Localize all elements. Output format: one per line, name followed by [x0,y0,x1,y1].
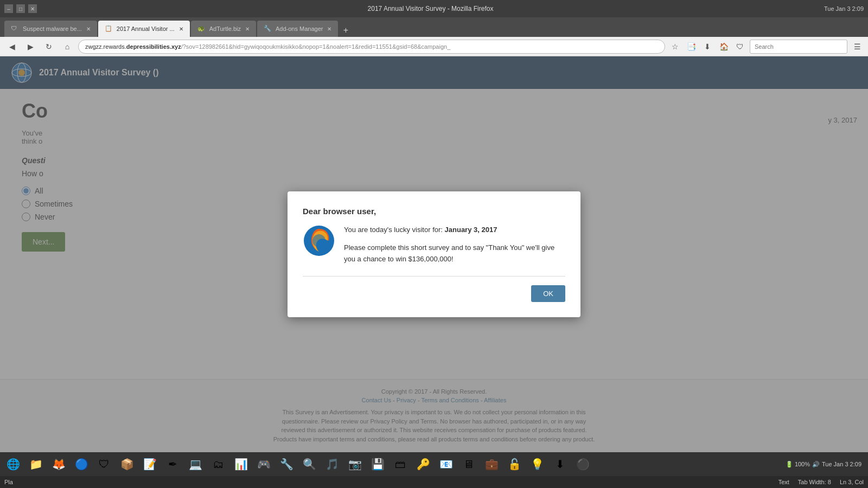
taskbar-item-chrome[interactable]: 🔵 [71,454,92,474]
shield-button[interactable]: 🛡 [733,40,746,53]
tab-favicon-3: 🐢 [197,25,205,33]
taskbar-item-idea[interactable]: 💡 [526,454,548,474]
download-button[interactable]: ⬇ [701,40,714,53]
taskbar-icon-game: 🎮 [257,458,271,471]
taskbar-icon-files: 📁 [29,458,43,471]
status-left: Pla [4,479,13,485]
back-button[interactable]: ◀ [4,39,20,54]
tab-survey[interactable]: 📋 2017 Annual Visitor ... ✕ [98,21,190,37]
taskbar-icon-save: 💾 [371,458,385,471]
tab-close-3[interactable]: ✕ [245,26,250,32]
modal-body: You are today's lucky visitor for: Janua… [303,224,565,265]
modal-footer: OK [303,285,565,302]
tab-label-3: AdTurtle.biz [209,25,241,32]
tab-adturtle[interactable]: 🐢 AdTurtle.biz ✕ [191,21,256,37]
home-button[interactable]: ⌂ [60,39,75,54]
maximize-button[interactable]: □ [16,4,25,13]
taskbar-item-firefox[interactable]: 🦊 [48,454,69,474]
new-tab-button[interactable]: + [339,24,352,37]
taskbar-icon-briefcase: 💼 [485,458,499,471]
tab-close-2[interactable]: ✕ [179,26,183,32]
modal-ok-button[interactable]: OK [531,285,565,302]
taskbar-item-unlock[interactable]: 🔓 [503,454,525,474]
bookmark-star-button[interactable]: ☆ [668,40,681,53]
taskbar-item-linux[interactable]: 🌐 [2,454,24,474]
taskbar-item-camera[interactable]: 📷 [344,454,366,474]
taskbar-item-save[interactable]: 💾 [367,454,388,474]
taskbar-item-search[interactable]: 🔍 [298,454,320,474]
browser-window: – □ ✕ 2017 Annual Visitor Survey - Mozil… [0,0,868,488]
taskbar-icon-security: 🛡 [99,458,110,471]
taskbar-icon-shield2: 🔑 [417,458,430,471]
tab-close-4[interactable]: ✕ [327,26,331,32]
taskbar-icon-firefox: 🦊 [52,458,66,471]
taskbar-icon-chrome: 🔵 [75,458,88,471]
tab-bar: 🛡 Suspect malware be... ✕ 📋 2017 Annual … [0,17,868,37]
taskbar-sound: 🔊 [812,461,820,468]
taskbar-icon-folder: 🗂 [213,458,224,471]
tab-addons[interactable]: 🔧 Add-ons Manager ✕ [257,21,338,37]
taskbar-icon-camera: 📷 [348,458,362,471]
taskbar-item-shield2[interactable]: 🔑 [412,454,434,474]
url-path: /?sov=128982661&hid=gywiqoqoukmkisikko&n… [181,43,451,50]
close-button[interactable]: ✕ [28,4,37,13]
taskbar-item-email[interactable]: 📧 [435,454,457,474]
taskbar-item-db[interactable]: 🗃 [390,454,411,474]
status-position: Ln 3, Col [840,479,864,485]
taskbar-item-settings[interactable]: 🔧 [276,454,297,474]
taskbar-item-pen[interactable]: ✒ [162,454,183,474]
title-bar-controls: – □ ✕ [4,4,37,13]
taskbar-item-download[interactable]: ⬇ [549,454,571,474]
forward-button[interactable]: ▶ [23,39,38,54]
title-bar-right: Tue Jan 3 2:09 [824,5,864,12]
taskbar-item-chart[interactable]: 📊 [230,454,252,474]
modal-overlay: Dear browser user, [0,56,868,452]
nav-bar: ◀ ▶ ↻ ⌂ zwgzz.rewards.depressibilities.x… [0,37,868,56]
taskbar-icon-db: 🗃 [395,458,406,471]
minimize-button[interactable]: – [4,4,13,13]
taskbar-item-folder[interactable]: 🗂 [207,454,229,474]
taskbar-icon-email: 📧 [439,458,453,471]
taskbar-right: 🔋 100% 🔊 Tue Jan 3 2:09 [786,461,866,468]
modal-firefox-logo [303,224,335,257]
modal-text-content: You are today's lucky visitor for: Janua… [344,224,565,265]
taskbar-item-package[interactable]: 📦 [116,454,138,474]
url-domain: zwgzz.rewards.depressibilities.xyz [85,43,181,50]
taskbar: 🌐 📁 🦊 🔵 🛡 📦 📝 ✒ 💻 🗂 📊 [0,452,868,476]
tab-label-4: Add-ons Manager [276,25,323,32]
taskbar-item-security[interactable]: 🛡 [93,454,115,474]
modal-body-text: Please complete this short survey and to… [344,242,565,265]
taskbar-item-briefcase[interactable]: 💼 [481,454,502,474]
modal-intro: You are today's lucky visitor for: Janua… [344,224,565,236]
taskbar-icon-linux: 🌐 [7,458,20,471]
search-input[interactable] [750,40,847,54]
title-bar: – □ ✕ 2017 Annual Visitor Survey - Mozil… [0,0,868,17]
tab-close-1[interactable]: ✕ [86,26,91,32]
status-bar: Pla Text Tab Width: 8 Ln 3, Col [0,476,868,488]
taskbar-icon-idea: 💡 [531,458,544,471]
taskbar-item-music[interactable]: 🎵 [321,454,343,474]
bookmark-list-button[interactable]: 📑 [685,40,698,53]
taskbar-item-files[interactable]: 📁 [25,454,47,474]
taskbar-item-notes[interactable]: 📝 [139,454,161,474]
taskbar-icon-search: 🔍 [303,458,316,471]
status-tab-width: Tab Width: 8 [798,479,831,485]
tab-favicon-1: 🛡 [11,25,18,33]
svg-point-6 [312,234,326,247]
home-nav-button[interactable]: 🏠 [717,40,730,53]
taskbar-icon-notes: 📝 [143,458,157,471]
modal-dialog: Dear browser user, [288,191,580,317]
menu-button[interactable]: ☰ [851,40,864,53]
url-bar[interactable]: zwgzz.rewards.depressibilities.xyz /?sov… [78,40,665,54]
taskbar-item-monitor[interactable]: 🖥 [458,454,480,474]
taskbar-icon-monitor: 🖥 [463,458,474,471]
taskbar-item-terminal[interactable]: 💻 [184,454,206,474]
reload-button[interactable]: ↻ [41,39,56,54]
taskbar-icon-package: 📦 [120,458,134,471]
taskbar-item-circle[interactable]: ⚫ [572,454,593,474]
taskbar-icon-settings: 🔧 [280,458,293,471]
tab-label-2: 2017 Annual Visitor ... [117,25,175,32]
tab-suspect[interactable]: 🛡 Suspect malware be... ✕ [4,21,97,37]
taskbar-icon-chart: 📊 [234,458,248,471]
taskbar-item-game[interactable]: 🎮 [253,454,275,474]
